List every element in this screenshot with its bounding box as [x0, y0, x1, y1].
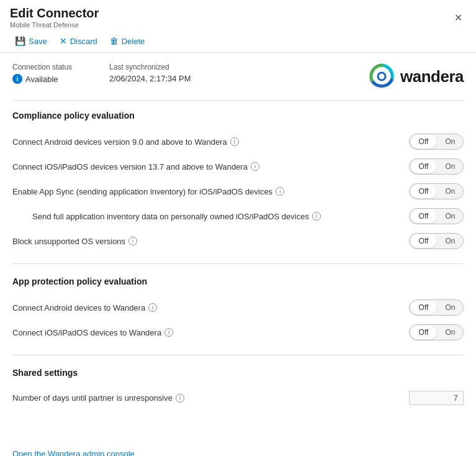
days-setting-row: Number of days until partner is unrespon…: [12, 386, 464, 409]
compliance-setting-row-3: Send full application inventory data on …: [12, 204, 464, 229]
delete-button[interactable]: 🗑 Delete: [105, 34, 150, 48]
footer-section: Open the Wandera admin console: [0, 442, 476, 456]
app-protection-info-icon-0[interactable]: i: [148, 303, 157, 312]
connection-status-text: Available: [25, 75, 58, 84]
days-label-text: Number of days until partner is unrespon…: [12, 393, 173, 403]
compliance-info-icon-0[interactable]: i: [230, 137, 239, 146]
compliance-info-icon-4[interactable]: i: [128, 237, 137, 245]
connection-status-label: Connection status: [12, 63, 72, 71]
connection-status-col: Connection status i Available: [12, 63, 72, 84]
connection-status-value: i Available: [12, 74, 72, 84]
delete-icon: 🗑: [110, 36, 119, 46]
compliance-setting-text-0: Connect Android devices version 9.0 and …: [12, 137, 227, 147]
compliance-toggle-4[interactable]: Off On: [409, 233, 464, 249]
days-info-icon[interactable]: i: [176, 394, 184, 403]
save-button[interactable]: 💾 Save: [10, 34, 52, 48]
app-protection-section-title: App protection policy evaluation: [12, 276, 464, 286]
toggle-on-2[interactable]: On: [438, 185, 463, 198]
compliance-setting-row-0: Connect Android devices version 9.0 and …: [12, 129, 464, 154]
toggle-on-4[interactable]: On: [438, 234, 463, 248]
close-button[interactable]: ✕: [451, 9, 466, 26]
compliance-toggle-0[interactable]: Off On: [409, 134, 464, 150]
discard-button[interactable]: ✕ Discard: [55, 34, 102, 48]
wandera-logo-icon: [368, 63, 395, 90]
last-sync-text: 2/06/2024, 2:17:34 PM: [109, 74, 191, 83]
toggle-off-0[interactable]: Off: [411, 135, 436, 148]
toggle-off-1[interactable]: Off: [411, 160, 436, 173]
title-bar-left: Edit Connector Mobile Threat Defense: [10, 6, 99, 29]
compliance-setting-row-4: Block unsupported OS versions i Off On: [12, 229, 464, 253]
wandera-logo: wandera: [368, 63, 464, 90]
days-input[interactable]: [409, 391, 464, 405]
app-protection-toggle-1[interactable]: Off On: [409, 324, 464, 340]
app-protection-label-0: Connect Android devices to Wandera i: [12, 303, 409, 312]
save-icon: 💾: [15, 36, 25, 46]
status-section: Connection status i Available Last synch…: [12, 63, 464, 101]
toggle-on-1[interactable]: On: [438, 160, 463, 173]
last-sync-value: 2/06/2024, 2:17:34 PM: [109, 74, 191, 83]
app-protection-label-1: Connect iOS/iPadOS devices to Wandera i: [12, 328, 409, 337]
compliance-setting-label-0: Connect Android devices version 9.0 and …: [12, 137, 409, 147]
compliance-setting-row-1: Connect iOS/iPadOS devices version 13.7 …: [12, 154, 464, 179]
compliance-setting-label-2: Enable App Sync (sending application inv…: [12, 187, 409, 196]
save-label: Save: [29, 37, 47, 46]
compliance-setting-text-4: Block unsupported OS versions: [12, 237, 125, 246]
compliance-setting-label-3: Send full application inventory data on …: [32, 212, 409, 221]
compliance-setting-text-1: Connect iOS/iPadOS devices version 13.7 …: [12, 162, 248, 171]
app-protection-row-1: Connect iOS/iPadOS devices to Wandera i …: [12, 320, 464, 345]
toolbar: 💾 Save ✕ Discard 🗑 Delete: [0, 30, 476, 53]
app-protection-text-1: Connect iOS/iPadOS devices to Wandera: [12, 328, 161, 337]
toggle-on-0[interactable]: On: [438, 135, 463, 148]
compliance-info-icon-3[interactable]: i: [312, 212, 321, 221]
app-protection-toggle-0[interactable]: Off On: [409, 299, 464, 316]
toggle-on-3[interactable]: On: [438, 209, 463, 223]
compliance-section-title: Compliance policy evaluation: [12, 111, 464, 121]
compliance-setting-text-2: Enable App Sync (sending application inv…: [12, 187, 272, 196]
toggle-off-3[interactable]: Off: [411, 209, 436, 223]
wandera-admin-link[interactable]: Open the Wandera admin console: [12, 449, 135, 456]
last-sync-label: Last synchronized: [109, 63, 191, 71]
compliance-setting-label-4: Block unsupported OS versions i: [12, 237, 409, 246]
compliance-toggle-3[interactable]: Off On: [409, 208, 464, 224]
content-area: Connection status i Available Last synch…: [0, 53, 476, 442]
toggle-off-2[interactable]: Off: [411, 185, 436, 198]
app-toggle-off-1[interactable]: Off: [411, 326, 436, 339]
app-protection-row-0: Connect Android devices to Wandera i Off…: [12, 295, 464, 320]
compliance-toggle-1[interactable]: Off On: [409, 158, 464, 175]
delete-label: Delete: [122, 37, 145, 46]
discard-icon: ✕: [60, 36, 67, 46]
compliance-info-icon-1[interactable]: i: [251, 162, 259, 171]
edit-connector-dialog: Edit Connector Mobile Threat Defense ✕ 💾…: [0, 0, 476, 456]
title-bar: Edit Connector Mobile Threat Defense ✕: [0, 0, 476, 30]
days-setting-label: Number of days until partner is unrespon…: [12, 393, 409, 403]
app-toggle-on-0[interactable]: On: [438, 301, 463, 314]
app-protection-section: App protection policy evaluation Connect…: [12, 276, 464, 355]
compliance-setting-label-1: Connect iOS/iPadOS devices version 13.7 …: [12, 162, 409, 171]
app-protection-text-0: Connect Android devices to Wandera: [12, 303, 145, 312]
compliance-info-icon-2[interactable]: i: [276, 187, 284, 196]
last-sync-col: Last synchronized 2/06/2024, 2:17:34 PM: [109, 63, 191, 84]
discard-label: Discard: [70, 37, 97, 46]
compliance-setting-text-3: Send full application inventory data on …: [32, 212, 309, 221]
app-toggle-on-1[interactable]: On: [438, 326, 463, 339]
compliance-section: Compliance policy evaluation Connect And…: [12, 111, 464, 264]
compliance-toggle-2[interactable]: Off On: [409, 183, 464, 199]
app-toggle-off-0[interactable]: Off: [411, 301, 436, 314]
wandera-brand-text: wandera: [400, 67, 464, 86]
dialog-title: Edit Connector: [10, 6, 99, 21]
status-info-icon: i: [12, 74, 22, 84]
toggle-off-4[interactable]: Off: [411, 234, 436, 248]
shared-settings-title: Shared settings: [12, 368, 464, 378]
shared-settings-section: Shared settings Number of days until par…: [12, 368, 464, 419]
dialog-subtitle: Mobile Threat Defense: [10, 21, 99, 29]
compliance-setting-row-2: Enable App Sync (sending application inv…: [12, 179, 464, 204]
app-protection-info-icon-1[interactable]: i: [164, 328, 173, 337]
status-left: Connection status i Available Last synch…: [12, 63, 191, 84]
